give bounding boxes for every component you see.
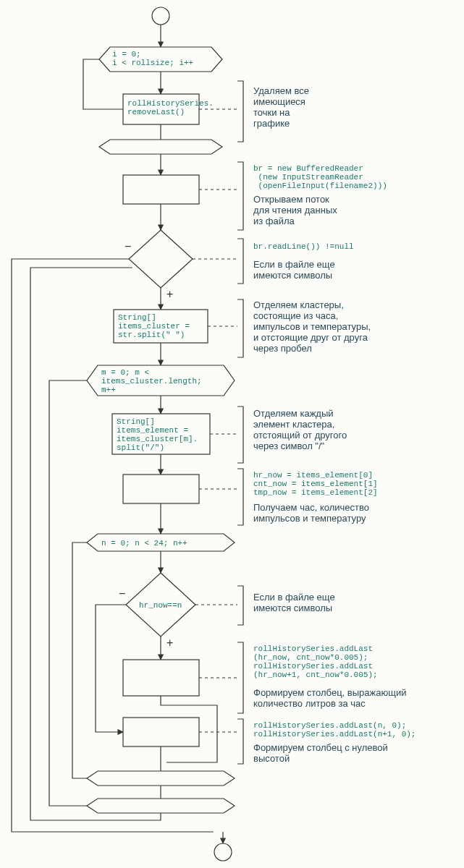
- dec1-code: br.readLine()) !=null: [253, 242, 354, 251]
- block7: [123, 718, 199, 746]
- start-node: [152, 7, 169, 25]
- block2-code: br = new BufferedReader (new InputStream…: [253, 164, 387, 190]
- block6: [123, 660, 199, 696]
- block6-code: rollHistorySeries.addLast(hr_now, cnt_no…: [253, 644, 378, 679]
- block1-code: rollHistorySeries.removeLast(): [127, 99, 214, 116]
- dec1-desc: Если в файле ещеимеются символы: [253, 259, 335, 281]
- block7-code: rollHistorySeries.addLast(n, 0);rollHist…: [253, 721, 416, 739]
- dec2-code: hr_now==n: [139, 601, 182, 610]
- end-node: [214, 843, 232, 861]
- loop2-footer: [87, 799, 235, 813]
- dec2-plus: +: [166, 637, 173, 649]
- dec1-plus: +: [166, 288, 173, 300]
- block4-desc: Отделяем каждыйэлемент кластера,отстоящи…: [253, 408, 347, 451]
- ann1-desc: Удаляем всеимеющиесяточки награфике: [253, 85, 309, 129]
- decision1: [129, 230, 193, 288]
- dec2-minus: −: [119, 587, 125, 600]
- block2: [123, 175, 199, 204]
- block5: [123, 475, 199, 503]
- loop3-header-text: n = 0; n < 24; n++: [101, 539, 187, 548]
- block6-desc: Формируем столбец, выражающийколичество …: [253, 687, 406, 709]
- dec1-minus: −: [125, 240, 131, 252]
- block7-desc: Формируем столбец с нулевойвысотой: [253, 742, 388, 764]
- loop3-footer: [87, 771, 235, 786]
- dec2-desc: Если в файле ещеимеются символы: [253, 592, 335, 613]
- block3-desc: Отделяем кластеры,состоящие из часа,импу…: [253, 299, 371, 354]
- block5-desc: Получаем час, количествоимпульсов и темп…: [253, 502, 369, 524]
- block5-code: hr_now = items_element[0]cnt_now = items…: [253, 471, 378, 497]
- block2-desc: Открываем потокдля чтения данныхиз файла: [253, 194, 337, 226]
- loop1-footer: [99, 140, 222, 154]
